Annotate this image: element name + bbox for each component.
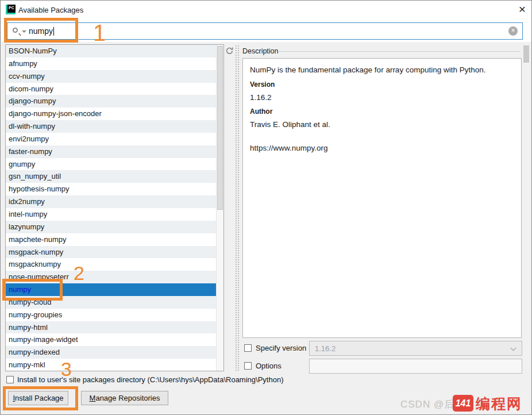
specify-version-label: Specify version	[256, 344, 306, 352]
annotation-digit-3: 3	[61, 358, 72, 381]
description-scrollbar[interactable]	[523, 44, 530, 371]
author-label: Author	[250, 107, 272, 116]
pycharm-app-icon: PC	[6, 5, 16, 14]
version-dropdown-value: 1.16.2	[315, 344, 336, 353]
package-list-item[interactable]: BSON-NumPy	[6, 45, 223, 57]
package-list-item[interactable]: lazynumpy	[6, 221, 223, 233]
annotation-box-step1	[4, 18, 78, 43]
available-packages-dialog: PC Available Packages × numpy × BSON-Num…	[0, 0, 532, 415]
package-list-item[interactable]: numpy-image-widget	[6, 333, 223, 346]
package-list-item[interactable]: django-numpy-json-encoder	[6, 107, 223, 120]
package-list-item[interactable]: intel-numpy	[6, 208, 223, 221]
chevron-down-icon	[511, 345, 516, 351]
version-dropdown[interactable]: 1.16.2	[309, 341, 522, 356]
user-site-checkbox[interactable]	[6, 376, 14, 383]
package-list-item[interactable]: django-numpy	[6, 95, 223, 107]
author-value: Travis E. Oliphant et al.	[250, 120, 330, 129]
package-list-item[interactable]: numpy-indexed	[6, 346, 223, 359]
package-summary: NumPy is the fundamental package for arr…	[250, 66, 485, 74]
package-list-item[interactable]: msgpacknumpy	[6, 258, 223, 271]
version-label: Version	[250, 80, 275, 89]
package-list-item[interactable]: gsn_numpy_util	[6, 170, 223, 183]
package-list-item[interactable]: envi2numpy	[6, 133, 223, 145]
package-list-item[interactable]: msgpack-numpy	[6, 246, 223, 259]
manage-repositories-button[interactable]: Manage Repositories	[81, 391, 168, 405]
package-list-item[interactable]: numpy-groupies	[6, 309, 223, 321]
annotation-box-step3	[3, 386, 78, 410]
package-homepage-link[interactable]: https://www.numpy.org	[250, 144, 328, 152]
specify-version-checkbox[interactable]	[244, 344, 252, 352]
description-section-label: Description	[242, 47, 279, 55]
package-list-item[interactable]: numpy-mkl	[6, 359, 223, 371]
clear-search-icon[interactable]: ×	[508, 26, 518, 36]
list-scrollbar[interactable]	[216, 45, 223, 371]
annotation-box-step2	[2, 279, 63, 301]
bianchengwang-logo-icon: 141	[453, 395, 473, 412]
close-icon[interactable]: ×	[514, 2, 530, 17]
package-list-item[interactable]: faster-numpy	[6, 145, 223, 158]
refresh-icon[interactable]	[225, 47, 234, 55]
package-list: BSON-NumPyafnumpyccv-numpydicom-numpydja…	[5, 44, 224, 371]
options-input[interactable]	[309, 359, 522, 374]
bianchengwang-watermark: 编程网	[476, 394, 522, 413]
user-site-label: Install to user's site packages director…	[17, 375, 283, 384]
package-list-item[interactable]: idx2numpy	[6, 195, 223, 208]
dialog-title: Available Packages	[18, 6, 83, 14]
options-label: Options	[256, 362, 282, 370]
package-list-item[interactable]: numpy-html	[6, 321, 223, 334]
options-checkbox[interactable]	[244, 362, 252, 370]
package-list-item[interactable]: dicom-numpy	[6, 83, 223, 95]
annotation-digit-1: 1	[93, 20, 106, 46]
description-panel: NumPy is the fundamental package for arr…	[242, 58, 522, 338]
panel-splitter[interactable]	[234, 44, 240, 371]
package-list-item[interactable]: hypothesis-numpy	[6, 183, 223, 195]
description-groupbox-line	[279, 51, 521, 52]
search-input[interactable]: numpy ×	[7, 22, 523, 40]
package-list-item[interactable]: ccv-numpy	[6, 70, 223, 83]
package-list-item[interactable]: dl-with-numpy	[6, 120, 223, 133]
package-list-item[interactable]: gnumpy	[6, 158, 223, 171]
csdn-watermark: CSDN @后	[400, 398, 454, 411]
package-list-item[interactable]: afnumpy	[6, 57, 223, 70]
version-value: 1.16.2	[250, 93, 272, 102]
annotation-digit-2: 2	[74, 262, 84, 285]
package-list-item[interactable]: mapchete-numpy	[6, 233, 223, 246]
description-scrollbar-thumb[interactable]	[523, 45, 529, 63]
list-scrollbar-thumb[interactable]	[217, 46, 223, 210]
